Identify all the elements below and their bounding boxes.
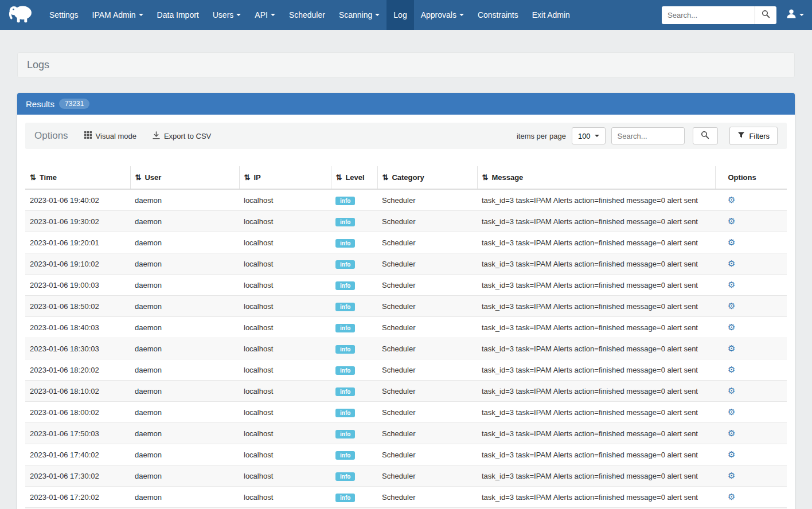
log-message: task_id=3 task=IPAM Alerts action=finish… <box>477 465 715 487</box>
nav-item-exit-admin[interactable]: Exit Admin <box>525 0 577 30</box>
log-options: ⚙ <box>715 487 787 508</box>
gear-icon[interactable]: ⚙ <box>728 407 735 417</box>
log-ip: localhost <box>239 211 331 232</box>
search-icon <box>701 131 709 141</box>
filters-button[interactable]: Filters <box>729 127 778 145</box>
log-category: Scheduler <box>377 487 477 508</box>
gear-icon[interactable]: ⚙ <box>728 492 735 502</box>
col-header-message[interactable]: ⇅Message <box>477 166 715 189</box>
items-per-page-select[interactable]: 100 <box>572 127 606 144</box>
table-search-button[interactable] <box>693 127 718 144</box>
log-user: daemon <box>130 444 239 465</box>
table-row: 2023-01-06 17:20:02 daemon localhost inf… <box>25 487 787 508</box>
nav-item-scanning[interactable]: Scanning <box>332 0 387 30</box>
gear-icon[interactable]: ⚙ <box>728 428 735 438</box>
log-level: info <box>331 317 377 338</box>
nav-item-constraints[interactable]: Constraints <box>471 0 525 30</box>
gear-icon[interactable]: ⚙ <box>728 471 735 480</box>
phpipam-logo[interactable] <box>5 0 42 30</box>
mammoth-logo-icon <box>8 3 33 26</box>
log-user: daemon <box>130 189 239 211</box>
log-time: 2023-01-06 18:40:03 <box>25 317 130 338</box>
table-row: 2023-01-06 18:40:03 daemon localhost inf… <box>25 317 787 338</box>
chevron-down-icon <box>139 14 143 16</box>
log-message: task_id=3 task=IPAM Alerts action=finish… <box>477 211 715 232</box>
log-user: daemon <box>130 359 239 381</box>
log-level: info <box>331 232 377 253</box>
log-level: info <box>331 253 377 275</box>
col-header-level[interactable]: ⇅Level <box>331 166 377 189</box>
level-badge: info <box>335 218 355 226</box>
nav-item-users[interactable]: Users <box>206 0 248 30</box>
gear-icon[interactable]: ⚙ <box>728 449 735 459</box>
nav-item-approvals[interactable]: Approvals <box>414 0 471 30</box>
log-ip: localhost <box>239 275 331 296</box>
log-category: Scheduler <box>377 232 477 253</box>
nav-item-settings[interactable]: Settings <box>42 0 85 30</box>
log-message: task_id=3 task=IPAM Alerts action=finish… <box>477 253 715 275</box>
user-icon <box>786 8 797 22</box>
log-message: task_id=3 task=IPAM Alerts action=finish… <box>477 359 715 381</box>
log-level: info <box>331 338 377 359</box>
navbar-search-button[interactable] <box>755 6 776 24</box>
log-category: Scheduler <box>377 359 477 381</box>
export-csv-button[interactable]: Export to CSV <box>153 131 211 141</box>
nav-item-scheduler[interactable]: Scheduler <box>282 0 332 30</box>
log-options: ⚙ <box>715 296 787 317</box>
col-header-user[interactable]: ⇅User <box>130 166 239 189</box>
log-ip: localhost <box>239 189 331 211</box>
gear-icon[interactable]: ⚙ <box>728 322 735 332</box>
col-header-time[interactable]: ⇅Time <box>25 166 130 189</box>
logs-table-body: 2023-01-06 19:40:02 daemon localhost inf… <box>25 189 787 509</box>
results-count-badge: 73231 <box>59 99 89 109</box>
log-options: ⚙ <box>715 317 787 338</box>
results-header: Results 73231 <box>17 93 795 115</box>
gear-icon[interactable]: ⚙ <box>728 259 735 268</box>
gear-icon[interactable]: ⚙ <box>728 237 735 247</box>
log-time: 2023-01-06 19:30:02 <box>25 211 130 232</box>
log-user: daemon <box>130 211 239 232</box>
log-time: 2023-01-06 19:20:01 <box>25 232 130 253</box>
logs-title-panel: Logs <box>17 52 795 78</box>
gear-icon[interactable]: ⚙ <box>728 216 735 226</box>
chevron-down-icon <box>595 135 599 137</box>
chevron-down-icon <box>236 14 241 16</box>
nav-item-api[interactable]: API <box>248 0 282 30</box>
log-category: Scheduler <box>377 338 477 359</box>
sort-icon: ⇅ <box>482 173 489 182</box>
log-ip: localhost <box>239 381 331 402</box>
log-time: 2023-01-06 18:00:02 <box>25 402 130 423</box>
logs-table: ⇅Time ⇅User ⇅IP ⇅Level ⇅Category ⇅Messag… <box>25 166 787 509</box>
sort-icon: ⇅ <box>30 173 36 182</box>
log-options: ⚙ <box>715 232 787 253</box>
log-message: task_id=3 task=IPAM Alerts action=finish… <box>477 402 715 423</box>
nav-item-log[interactable]: Log <box>387 0 413 30</box>
gear-icon[interactable]: ⚙ <box>728 365 735 374</box>
table-search-input[interactable] <box>611 127 685 144</box>
log-message: task_id=3 task=IPAM Alerts action=finish… <box>477 381 715 402</box>
log-level: info <box>331 189 377 211</box>
log-message: task_id=3 task=IPAM Alerts action=finish… <box>477 296 715 317</box>
log-category: Scheduler <box>377 296 477 317</box>
log-options: ⚙ <box>715 423 787 444</box>
nav-item-data-import[interactable]: Data Import <box>150 0 206 30</box>
gear-icon[interactable]: ⚙ <box>728 280 735 289</box>
level-badge: info <box>335 409 355 417</box>
page-title: Logs <box>27 59 785 71</box>
gear-icon[interactable]: ⚙ <box>728 386 735 396</box>
col-header-category[interactable]: ⇅Category <box>377 166 477 189</box>
navbar-search-input[interactable] <box>662 6 755 24</box>
gear-icon[interactable]: ⚙ <box>728 195 735 205</box>
visual-mode-button[interactable]: Visual mode <box>84 131 136 140</box>
nav-item-ipam-admin[interactable]: IPAM Admin <box>85 0 150 30</box>
log-level: info <box>331 444 377 465</box>
log-time: 2023-01-06 18:50:02 <box>25 296 130 317</box>
table-row: 2023-01-06 19:10:02 daemon localhost inf… <box>25 253 787 275</box>
gear-icon[interactable]: ⚙ <box>728 301 735 311</box>
user-menu[interactable] <box>786 8 804 22</box>
table-row: 2023-01-06 18:10:02 daemon localhost inf… <box>25 381 787 402</box>
gear-icon[interactable]: ⚙ <box>728 343 735 353</box>
col-header-ip[interactable]: ⇅IP <box>239 166 331 189</box>
log-user: daemon <box>130 381 239 402</box>
sort-icon: ⇅ <box>244 173 251 182</box>
